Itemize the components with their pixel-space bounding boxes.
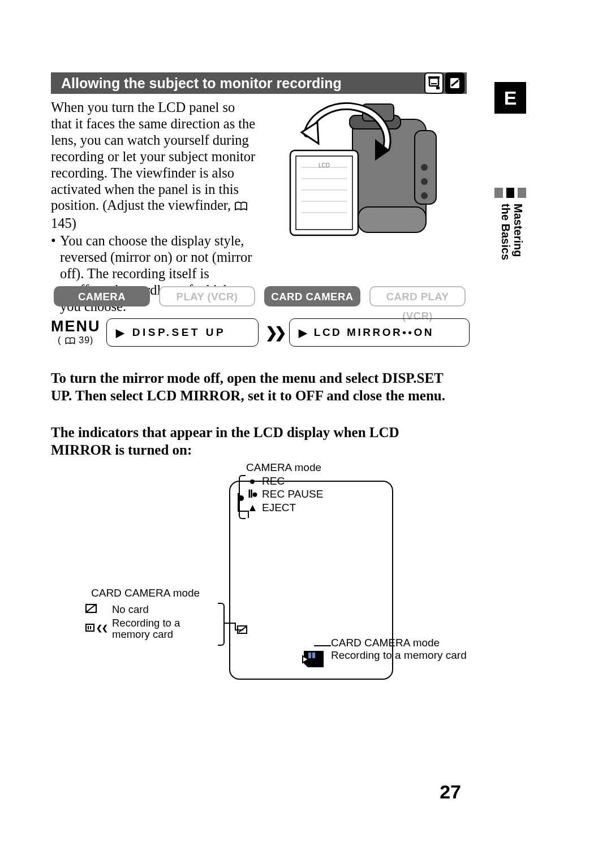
menu-title: MENU [51, 318, 101, 335]
body-para: When you turn the LCD panel so that it f… [51, 100, 255, 213]
svg-rect-13 [358, 207, 426, 232]
svg-rect-34 [88, 626, 89, 629]
legend-card-mode-title: CARD CAMERA mode [91, 587, 200, 599]
memory-card-icon [301, 649, 326, 669]
recording-to-a-label: Recording to a [112, 617, 180, 629]
mode-card-play-vcr: CARD PLAY (VCR) [369, 286, 466, 306]
no-card-label: No card [112, 603, 182, 616]
menu-ref-num: 39 [79, 335, 90, 345]
card-icon [445, 72, 464, 94]
svg-line-26 [239, 627, 246, 632]
mode-play-vcr: PLAY (VCR) [159, 286, 255, 306]
svg-rect-35 [90, 626, 91, 629]
body-text: When you turn the LCD panel so that it f… [51, 100, 257, 315]
legend-card-mode: No card ❮❮❮ Re [84, 602, 222, 642]
menu-step-2-text: LCD MIRROR••ON [314, 326, 434, 339]
instruction-1: To turn the mirror mode off, open the me… [51, 370, 458, 404]
mode-card-camera: CARD CAMERA [264, 286, 360, 306]
book-icon [64, 337, 76, 347]
side-tab-bars [494, 188, 526, 198]
no-card-symbol [85, 604, 97, 616]
recording-right-label: Recording to a memory card [331, 649, 478, 662]
svg-point-9 [421, 178, 428, 185]
svg-point-8 [421, 164, 428, 171]
svg-rect-0 [429, 78, 438, 86]
legend-card-mode-right: CARD CAMERA mode Recording to a memory c… [331, 637, 478, 662]
memory-card-label: memory card [112, 628, 173, 640]
menu-step-1-text: DISP.SET UP [132, 326, 226, 339]
svg-rect-1 [428, 76, 440, 79]
svg-point-10 [421, 192, 428, 199]
svg-rect-2 [431, 83, 437, 84]
menu-step-1: ▶ DISP.SET UP [106, 318, 259, 347]
menu-ref: ( 39) [51, 335, 101, 347]
language-marker: E [494, 82, 526, 114]
camera-mode-title: CAMERA mode [246, 461, 328, 474]
camcorder-illustration: LCD [268, 100, 454, 258]
mode-pills: CAMERA PLAY (VCR) CARD CAMERA CARD PLAY … [54, 286, 466, 306]
side-chapter-text: Mastering the Basics [500, 204, 524, 260]
card-mini-icon [237, 624, 247, 633]
section-heading-bar: Allowing the subject to monitor recordin… [51, 72, 467, 94]
body-page-ref: 145) [51, 215, 76, 231]
tape-icon [424, 72, 444, 94]
menu-path: MENU ( 39) ▶ DISP.SET UP ❯❯ ▶ LCD MIRROR… [51, 318, 470, 347]
lcd-indicator-diagram: CAMERA mode ● REC Ⅱ● REC PAUSE ▲ EJECT [65, 458, 461, 712]
svg-text:LCD: LCD [319, 162, 330, 169]
mode-camera: CAMERA [54, 286, 150, 306]
svg-text:❮❮❮: ❮❮❮ [96, 624, 109, 633]
instruction-2: The indicators that appear in the LCD di… [51, 424, 458, 459]
card-mode-title-right: CARD CAMERA mode [331, 637, 478, 649]
side-chapter-label: Mastering the Basics [500, 204, 524, 260]
svg-rect-28 [312, 653, 315, 658]
svg-line-32 [87, 604, 96, 612]
page-number: 27 [440, 781, 461, 803]
menu-step-2: ▶ LCD MIRROR••ON [289, 318, 470, 347]
svg-rect-3 [436, 87, 440, 89]
rec-dot-icon [238, 495, 244, 501]
double-arrow-icon: ❯❯ [264, 324, 283, 342]
heading-mode-icons [424, 72, 464, 94]
bracket-left [218, 603, 225, 646]
book-icon [234, 199, 248, 215]
svg-rect-27 [308, 653, 311, 658]
section-heading: Allowing the subject to monitor recordin… [61, 75, 342, 92]
recording-card-symbol: ❮❮❮ [85, 623, 109, 635]
menu-label: MENU ( 39) [51, 318, 101, 347]
